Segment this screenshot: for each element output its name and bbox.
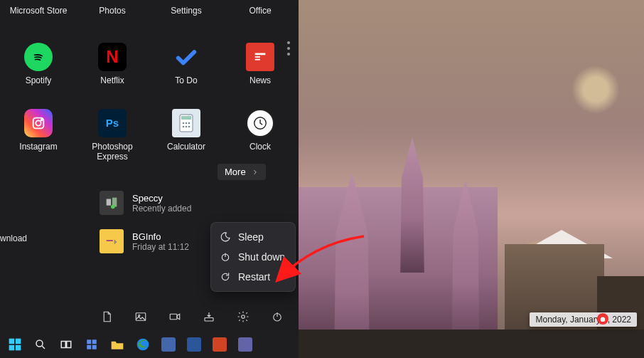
taskbar-taskview-button[interactable] bbox=[55, 334, 77, 355]
app-tile-clock[interactable]: Clock bbox=[226, 106, 294, 165]
svg-point-26 bbox=[242, 315, 245, 319]
app-tile-photoshop-express[interactable]: Ps Photoshop Express bbox=[78, 106, 146, 165]
app-tile-microsoft-store[interactable]: Microsoft Store bbox=[4, 0, 73, 23]
svg-rect-2 bbox=[255, 59, 260, 60]
svg-rect-30 bbox=[16, 339, 21, 344]
taskbar-widgets-button[interactable] bbox=[81, 334, 102, 355]
pictures-icon[interactable] bbox=[134, 310, 148, 324]
netflix-icon: N bbox=[98, 43, 127, 71]
start-footer bbox=[100, 310, 284, 324]
svg-rect-15 bbox=[107, 199, 111, 206]
power-menu: Sleep Shut down Restart bbox=[210, 222, 296, 292]
app-label: Instagram bbox=[19, 142, 57, 152]
app-tile-spotify[interactable]: Spotify bbox=[4, 40, 73, 88]
svg-rect-39 bbox=[87, 345, 91, 349]
svg-point-33 bbox=[36, 340, 43, 347]
tooltip-text: Monday, January 3, 2022 bbox=[535, 315, 631, 325]
app-label: Photoshop Express bbox=[80, 142, 144, 162]
svg-rect-1 bbox=[255, 56, 260, 58]
svg-rect-31 bbox=[9, 345, 15, 351]
app-tile-photos[interactable]: Photos bbox=[78, 0, 146, 23]
taskbar-edge[interactable] bbox=[132, 334, 154, 355]
app-label: Settings bbox=[171, 6, 201, 16]
taskbar-explorer[interactable] bbox=[107, 334, 128, 355]
svg-rect-29 bbox=[9, 339, 15, 344]
app-tile-settings[interactable]: Settings bbox=[152, 0, 220, 23]
sleep-icon bbox=[220, 231, 231, 243]
svg-point-9 bbox=[186, 122, 188, 124]
svg-point-8 bbox=[183, 122, 185, 124]
svg-point-5 bbox=[41, 119, 43, 120]
svg-point-11 bbox=[183, 125, 185, 127]
app-tile-todo[interactable]: To Do bbox=[152, 40, 220, 88]
speccy-icon bbox=[100, 191, 124, 215]
power-sleep[interactable]: Sleep bbox=[214, 227, 292, 247]
app-label: To Do bbox=[175, 75, 197, 85]
app-label: Microsoft Store bbox=[10, 6, 68, 16]
recent-sub: Recently added bbox=[132, 204, 191, 214]
app-tile-instagram[interactable]: Instagram bbox=[4, 106, 73, 165]
downloads-icon[interactable] bbox=[202, 310, 216, 324]
app-label: Clock bbox=[249, 142, 271, 152]
app-tile-office[interactable]: Office bbox=[226, 0, 294, 23]
taskbar-search-button[interactable] bbox=[30, 334, 51, 355]
taskbar-app-4[interactable] bbox=[235, 334, 256, 355]
clock-icon bbox=[246, 109, 274, 137]
restart-icon bbox=[220, 271, 231, 283]
recent-bginfo[interactable]: BGInfo Friday at 11:12 bbox=[100, 229, 191, 253]
app-tile-calculator[interactable]: Calculator bbox=[152, 106, 220, 165]
app-tile-news[interactable]: News bbox=[226, 40, 294, 88]
svg-point-4 bbox=[36, 120, 41, 125]
videos-icon[interactable] bbox=[168, 310, 182, 324]
app-tile-netflix[interactable]: N Netflix bbox=[78, 40, 146, 88]
documents-icon[interactable] bbox=[100, 310, 114, 324]
svg-rect-0 bbox=[255, 53, 266, 56]
taskbar-app-2[interactable] bbox=[183, 334, 205, 355]
spotify-icon bbox=[24, 43, 53, 71]
svg-point-13 bbox=[188, 125, 190, 127]
taskbar-start-button[interactable] bbox=[4, 334, 26, 355]
app-label: Photos bbox=[99, 6, 125, 16]
recent-name: BGInfo bbox=[132, 231, 189, 242]
power-restart[interactable]: Restart bbox=[214, 267, 292, 287]
svg-rect-32 bbox=[16, 345, 21, 351]
power-item-label: Shut down bbox=[238, 251, 285, 263]
app-label: Calculator bbox=[167, 142, 205, 152]
svg-rect-40 bbox=[92, 345, 97, 349]
app-label: Office bbox=[249, 6, 271, 16]
taskbar-app-1[interactable] bbox=[158, 334, 179, 355]
date-tooltip: Monday, January 3, 2022 ⏺ bbox=[530, 312, 637, 327]
svg-point-12 bbox=[186, 125, 188, 127]
calculator-icon bbox=[172, 109, 200, 137]
bginfo-icon bbox=[100, 229, 124, 253]
taskbar-app-3[interactable] bbox=[209, 334, 230, 355]
recent-apps: Speccy Recently added BGInfo Friday at 1… bbox=[100, 191, 191, 253]
svg-rect-37 bbox=[87, 339, 91, 344]
recent-name: Speccy bbox=[132, 193, 191, 204]
svg-rect-7 bbox=[181, 116, 191, 120]
power-icon[interactable] bbox=[270, 310, 284, 324]
settings-icon[interactable] bbox=[236, 310, 250, 324]
news-icon bbox=[246, 43, 274, 71]
svg-point-17 bbox=[111, 205, 115, 209]
recording-indicator-icon: ⏺ bbox=[597, 313, 608, 325]
more-label: More bbox=[225, 167, 246, 177]
svg-line-34 bbox=[42, 346, 45, 349]
power-item-label: Restart bbox=[238, 271, 270, 283]
recent-speccy[interactable]: Speccy Recently added bbox=[100, 191, 191, 215]
start-menu: Microsoft Store Photos Settings Office S… bbox=[0, 0, 299, 331]
shutdown-icon bbox=[220, 251, 231, 263]
photoshop-icon: Ps bbox=[98, 109, 127, 137]
instagram-icon bbox=[24, 109, 53, 137]
power-item-label: Sleep bbox=[238, 231, 264, 243]
svg-rect-36 bbox=[67, 342, 71, 348]
more-apps-button[interactable]: More bbox=[218, 164, 266, 180]
svg-point-10 bbox=[188, 122, 190, 124]
recent-sub: Friday at 11:12 bbox=[132, 242, 189, 252]
svg-rect-24 bbox=[170, 314, 177, 320]
downloads-label: wnload bbox=[0, 233, 27, 243]
power-shutdown[interactable]: Shut down bbox=[214, 247, 292, 267]
panel-resize-grip[interactable] bbox=[287, 41, 290, 56]
svg-rect-35 bbox=[61, 342, 65, 348]
svg-rect-19 bbox=[107, 240, 113, 241]
